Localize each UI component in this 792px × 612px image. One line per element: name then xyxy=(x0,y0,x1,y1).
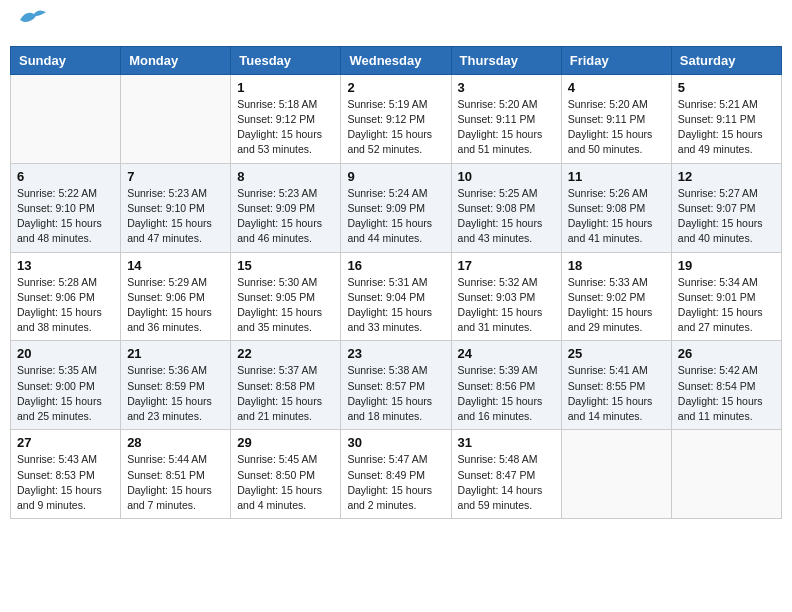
day-number: 12 xyxy=(678,169,775,184)
day-number: 1 xyxy=(237,80,334,95)
calendar-cell: 20 Sunrise: 5:35 AMSunset: 9:00 PMDaylig… xyxy=(11,341,121,430)
day-detail: Sunrise: 5:25 AMSunset: 9:08 PMDaylight:… xyxy=(458,187,543,245)
day-detail: Sunrise: 5:33 AMSunset: 9:02 PMDaylight:… xyxy=(568,276,653,334)
day-number: 15 xyxy=(237,258,334,273)
weekday-header-wednesday: Wednesday xyxy=(341,46,451,74)
day-number: 4 xyxy=(568,80,665,95)
calendar-cell: 2 Sunrise: 5:19 AMSunset: 9:12 PMDayligh… xyxy=(341,74,451,163)
logo-bird-icon xyxy=(18,8,48,30)
day-detail: Sunrise: 5:27 AMSunset: 9:07 PMDaylight:… xyxy=(678,187,763,245)
day-detail: Sunrise: 5:43 AMSunset: 8:53 PMDaylight:… xyxy=(17,453,102,511)
day-number: 17 xyxy=(458,258,555,273)
calendar-cell: 26 Sunrise: 5:42 AMSunset: 8:54 PMDaylig… xyxy=(671,341,781,430)
day-detail: Sunrise: 5:21 AMSunset: 9:11 PMDaylight:… xyxy=(678,98,763,156)
day-number: 21 xyxy=(127,346,224,361)
day-number: 10 xyxy=(458,169,555,184)
calendar-cell: 27 Sunrise: 5:43 AMSunset: 8:53 PMDaylig… xyxy=(11,430,121,519)
day-detail: Sunrise: 5:41 AMSunset: 8:55 PMDaylight:… xyxy=(568,364,653,422)
calendar-cell xyxy=(561,430,671,519)
calendar-cell: 7 Sunrise: 5:23 AMSunset: 9:10 PMDayligh… xyxy=(121,163,231,252)
calendar-cell: 11 Sunrise: 5:26 AMSunset: 9:08 PMDaylig… xyxy=(561,163,671,252)
weekday-header-tuesday: Tuesday xyxy=(231,46,341,74)
calendar-week-row: 6 Sunrise: 5:22 AMSunset: 9:10 PMDayligh… xyxy=(11,163,782,252)
day-number: 20 xyxy=(17,346,114,361)
calendar-cell xyxy=(671,430,781,519)
day-number: 11 xyxy=(568,169,665,184)
weekday-header-thursday: Thursday xyxy=(451,46,561,74)
day-detail: Sunrise: 5:44 AMSunset: 8:51 PMDaylight:… xyxy=(127,453,212,511)
calendar-cell: 6 Sunrise: 5:22 AMSunset: 9:10 PMDayligh… xyxy=(11,163,121,252)
day-detail: Sunrise: 5:23 AMSunset: 9:09 PMDaylight:… xyxy=(237,187,322,245)
day-detail: Sunrise: 5:31 AMSunset: 9:04 PMDaylight:… xyxy=(347,276,432,334)
day-detail: Sunrise: 5:29 AMSunset: 9:06 PMDaylight:… xyxy=(127,276,212,334)
calendar-cell: 16 Sunrise: 5:31 AMSunset: 9:04 PMDaylig… xyxy=(341,252,451,341)
weekday-header-sunday: Sunday xyxy=(11,46,121,74)
day-detail: Sunrise: 5:28 AMSunset: 9:06 PMDaylight:… xyxy=(17,276,102,334)
calendar-cell: 19 Sunrise: 5:34 AMSunset: 9:01 PMDaylig… xyxy=(671,252,781,341)
calendar-cell: 10 Sunrise: 5:25 AMSunset: 9:08 PMDaylig… xyxy=(451,163,561,252)
day-number: 18 xyxy=(568,258,665,273)
day-detail: Sunrise: 5:45 AMSunset: 8:50 PMDaylight:… xyxy=(237,453,322,511)
day-detail: Sunrise: 5:18 AMSunset: 9:12 PMDaylight:… xyxy=(237,98,322,156)
calendar-week-row: 20 Sunrise: 5:35 AMSunset: 9:00 PMDaylig… xyxy=(11,341,782,430)
calendar-cell xyxy=(11,74,121,163)
day-detail: Sunrise: 5:38 AMSunset: 8:57 PMDaylight:… xyxy=(347,364,432,422)
day-detail: Sunrise: 5:19 AMSunset: 9:12 PMDaylight:… xyxy=(347,98,432,156)
calendar-header-row: SundayMondayTuesdayWednesdayThursdayFrid… xyxy=(11,46,782,74)
calendar-week-row: 27 Sunrise: 5:43 AMSunset: 8:53 PMDaylig… xyxy=(11,430,782,519)
calendar-cell: 23 Sunrise: 5:38 AMSunset: 8:57 PMDaylig… xyxy=(341,341,451,430)
day-detail: Sunrise: 5:23 AMSunset: 9:10 PMDaylight:… xyxy=(127,187,212,245)
calendar-cell: 30 Sunrise: 5:47 AMSunset: 8:49 PMDaylig… xyxy=(341,430,451,519)
day-number: 13 xyxy=(17,258,114,273)
weekday-header-saturday: Saturday xyxy=(671,46,781,74)
day-number: 5 xyxy=(678,80,775,95)
day-detail: Sunrise: 5:42 AMSunset: 8:54 PMDaylight:… xyxy=(678,364,763,422)
day-detail: Sunrise: 5:37 AMSunset: 8:58 PMDaylight:… xyxy=(237,364,322,422)
calendar-cell: 9 Sunrise: 5:24 AMSunset: 9:09 PMDayligh… xyxy=(341,163,451,252)
calendar-cell: 18 Sunrise: 5:33 AMSunset: 9:02 PMDaylig… xyxy=(561,252,671,341)
day-number: 30 xyxy=(347,435,444,450)
day-number: 29 xyxy=(237,435,334,450)
calendar-week-row: 13 Sunrise: 5:28 AMSunset: 9:06 PMDaylig… xyxy=(11,252,782,341)
day-number: 19 xyxy=(678,258,775,273)
calendar-cell: 25 Sunrise: 5:41 AMSunset: 8:55 PMDaylig… xyxy=(561,341,671,430)
day-detail: Sunrise: 5:22 AMSunset: 9:10 PMDaylight:… xyxy=(17,187,102,245)
day-number: 16 xyxy=(347,258,444,273)
calendar-cell: 22 Sunrise: 5:37 AMSunset: 8:58 PMDaylig… xyxy=(231,341,341,430)
day-number: 28 xyxy=(127,435,224,450)
calendar-cell: 29 Sunrise: 5:45 AMSunset: 8:50 PMDaylig… xyxy=(231,430,341,519)
calendar-cell: 24 Sunrise: 5:39 AMSunset: 8:56 PMDaylig… xyxy=(451,341,561,430)
calendar-cell: 21 Sunrise: 5:36 AMSunset: 8:59 PMDaylig… xyxy=(121,341,231,430)
calendar-cell: 8 Sunrise: 5:23 AMSunset: 9:09 PMDayligh… xyxy=(231,163,341,252)
calendar-cell: 17 Sunrise: 5:32 AMSunset: 9:03 PMDaylig… xyxy=(451,252,561,341)
page-header xyxy=(10,10,782,38)
weekday-header-monday: Monday xyxy=(121,46,231,74)
calendar-cell: 4 Sunrise: 5:20 AMSunset: 9:11 PMDayligh… xyxy=(561,74,671,163)
day-number: 25 xyxy=(568,346,665,361)
calendar-cell: 13 Sunrise: 5:28 AMSunset: 9:06 PMDaylig… xyxy=(11,252,121,341)
calendar-cell: 1 Sunrise: 5:18 AMSunset: 9:12 PMDayligh… xyxy=(231,74,341,163)
day-number: 14 xyxy=(127,258,224,273)
day-number: 31 xyxy=(458,435,555,450)
day-detail: Sunrise: 5:39 AMSunset: 8:56 PMDaylight:… xyxy=(458,364,543,422)
day-number: 6 xyxy=(17,169,114,184)
calendar-cell: 28 Sunrise: 5:44 AMSunset: 8:51 PMDaylig… xyxy=(121,430,231,519)
calendar-table: SundayMondayTuesdayWednesdayThursdayFrid… xyxy=(10,46,782,519)
calendar-cell: 5 Sunrise: 5:21 AMSunset: 9:11 PMDayligh… xyxy=(671,74,781,163)
day-number: 26 xyxy=(678,346,775,361)
day-number: 22 xyxy=(237,346,334,361)
calendar-cell: 15 Sunrise: 5:30 AMSunset: 9:05 PMDaylig… xyxy=(231,252,341,341)
day-number: 24 xyxy=(458,346,555,361)
calendar-cell: 12 Sunrise: 5:27 AMSunset: 9:07 PMDaylig… xyxy=(671,163,781,252)
day-detail: Sunrise: 5:48 AMSunset: 8:47 PMDaylight:… xyxy=(458,453,543,511)
day-detail: Sunrise: 5:30 AMSunset: 9:05 PMDaylight:… xyxy=(237,276,322,334)
day-number: 7 xyxy=(127,169,224,184)
calendar-cell: 31 Sunrise: 5:48 AMSunset: 8:47 PMDaylig… xyxy=(451,430,561,519)
weekday-header-friday: Friday xyxy=(561,46,671,74)
day-number: 23 xyxy=(347,346,444,361)
day-number: 2 xyxy=(347,80,444,95)
calendar-week-row: 1 Sunrise: 5:18 AMSunset: 9:12 PMDayligh… xyxy=(11,74,782,163)
day-detail: Sunrise: 5:34 AMSunset: 9:01 PMDaylight:… xyxy=(678,276,763,334)
day-detail: Sunrise: 5:32 AMSunset: 9:03 PMDaylight:… xyxy=(458,276,543,334)
logo xyxy=(16,14,48,34)
